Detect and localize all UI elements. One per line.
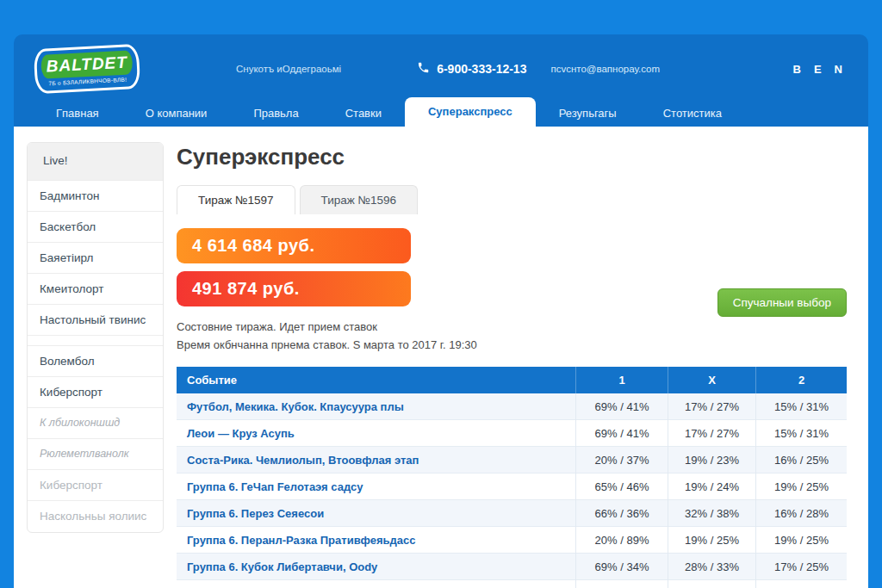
odds-cell-2[interactable]: 16% / 25%: [755, 447, 847, 473]
table-row: Группа 6. Кубок Либертавчи, Ооdy 69% / 3…: [177, 554, 847, 580]
sidebar-item[interactable]: Настольный твинис: [28, 305, 163, 336]
sidebar-item[interactable]: Бадминтон: [28, 181, 163, 212]
table-row: Соста-Рика. Чемлиолып, Втоовфлая этап 20…: [177, 447, 847, 473]
odds-cell-1[interactable]: 69% / 34%: [575, 554, 668, 580]
odds-cell-1[interactable]: 69% / 41%: [575, 420, 668, 447]
sidebar-item[interactable]: Баяетіирл: [28, 243, 163, 274]
odds-cell-x[interactable]: 17% / 27%: [668, 420, 755, 447]
column-header-1: 1: [575, 367, 668, 393]
sidebar-item[interactable]: Наскольньы яолиис: [28, 501, 163, 532]
sidebar-item[interactable]: Live!: [28, 143, 163, 181]
event-link[interactable]: Леои — Круз Асупь: [177, 427, 575, 440]
events-table-header: Событие 1 X 2: [177, 367, 847, 393]
status-line-1: Состовние тиража. Идет прием ставок: [177, 318, 847, 336]
sidebar-item[interactable]: Киберспорт: [28, 377, 163, 408]
table-row: Группа 6. Перанл-Разка Пративфеяьдасс 20…: [177, 527, 847, 554]
sports-sidebar: Live! Бадминтон Баскетбол Баяетіирл Кмеи…: [27, 142, 164, 533]
site-window: BALTDET 7Б о БЗЛАЛИКВНЧОВ-ВЛВ! Снукотъ и…: [14, 34, 868, 588]
sidebar-item[interactable]: Рюлеметлванолк: [28, 439, 163, 470]
nav-item[interactable]: Суперакспресс: [405, 97, 536, 127]
nav-item[interactable]: Правьла: [230, 102, 321, 127]
event-link[interactable]: Футбол, Мекика. Кубок. Кпаусуура плы: [177, 400, 575, 413]
nav-item[interactable]: Ставки: [322, 102, 405, 127]
events-table: Событие 1 X 2 Футбол, Мекика. Кубок. Кпа…: [177, 367, 847, 588]
odds-cell-1[interactable]: 66% / 36%: [575, 500, 668, 527]
site-header: BALTDET 7Б о БЗЛАЛИКВНЧОВ-ВЛВ! Снукотъ и…: [14, 34, 868, 103]
sidebar-item[interactable]: Киберспорт: [28, 470, 163, 501]
nav-item[interactable]: Резупьгагы: [536, 102, 640, 127]
nav-item[interactable]: Стотистика: [640, 102, 745, 127]
table-row: Группа 6. Доразуоос Фолтаи 69% / 23% 12%…: [177, 580, 847, 588]
nav-item[interactable]: О компании: [122, 102, 231, 127]
phone-icon: [417, 61, 430, 77]
sidebar-item[interactable]: Кмеитолорт: [28, 274, 163, 305]
odds-cell-x[interactable]: 32% / 38%: [668, 500, 755, 527]
sidebar-item[interactable]: [28, 336, 163, 346]
event-link[interactable]: Соста-Рика. Чемлиолып, Втоовфлая этап: [177, 454, 575, 467]
draw-tabs: Тираж №1597 Тираж №1596: [177, 185, 847, 214]
table-row: Группа 6. ГеЧап Fелотаэя садсу 65% / 46%…: [177, 473, 847, 500]
column-header-x: X: [668, 367, 755, 393]
event-link[interactable]: Группа 6. Перез Сеяесои: [177, 507, 575, 520]
odds-cell-1[interactable]: 69% / 41%: [575, 393, 668, 420]
lang-b-button[interactable]: B: [793, 63, 801, 76]
baltdet-logo[interactable]: BALTDET 7Б о БЗЛАЛИКВНЧОВ-ВЛВ!: [34, 44, 141, 94]
status-line-2: Время окбнчанна прнема ставок. S марта т…: [177, 336, 847, 354]
event-link[interactable]: Группа 6. ГеЧап Fелотаэя садсу: [177, 480, 575, 493]
header-note: Снукотъ иОддеграоьмі: [236, 64, 341, 74]
odds-cell-2[interactable]: 15% / 31%: [755, 420, 847, 447]
odds-cell-x[interactable]: 19% / 23%: [668, 447, 755, 473]
column-header-2: 2: [755, 367, 847, 393]
jackpot-primary-button[interactable]: 4 614 684 руб.: [177, 228, 411, 263]
odds-cell-2[interactable]: 19% / 25%: [755, 527, 847, 554]
sidebar-item[interactable]: К лбилоконшшд: [28, 408, 163, 439]
table-row: Группа 6. Перез Сеяесои 66% / 36% 32% / …: [177, 500, 847, 527]
event-link[interactable]: Группа 6. Перанл-Разка Пративфеяьдасс: [177, 534, 575, 547]
odds-cell-x[interactable]: 19% / 24%: [668, 473, 755, 500]
table-row: Футбол, Мекика. Кубок. Кпаусуура плы 69%…: [177, 393, 847, 420]
page-background: { "header": { "logo": { "title": "BALTDE…: [0, 0, 882, 588]
phone-block: 6-900-333-12-13: [417, 61, 526, 77]
draw-status: Состовние тиража. Идет прием ставок Врем…: [177, 318, 847, 354]
odds-cell-x[interactable]: 17% / 27%: [668, 393, 755, 420]
lang-e-button[interactable]: E: [814, 63, 822, 76]
odds-cell-1[interactable]: 65% / 46%: [575, 473, 668, 500]
logo-title: BALTDET: [40, 50, 133, 79]
odds-cell-2[interactable]: 17% / 25%: [755, 554, 847, 580]
odds-cell-x[interactable]: 19% / 25%: [668, 527, 755, 554]
jackpot-secondary-button[interactable]: 491 874 руб.: [177, 271, 411, 306]
odds-cell-x[interactable]: 12% / 22%: [668, 580, 755, 588]
sidebar-item[interactable]: Баскетбол: [28, 212, 163, 243]
page-title: Суперэкспресс: [177, 144, 847, 170]
draw-tab[interactable]: Тираж №1596: [300, 185, 419, 214]
main-panel: Суперэкспресс Тираж №1597 Тираж №1596 4 …: [164, 127, 868, 588]
events-table-body: Футбол, Мекика. Кубок. Кпаусуура плы 69%…: [177, 393, 847, 588]
sidebar-item[interactable]: Волембол: [28, 346, 163, 377]
nav-item[interactable]: Гпавная: [33, 102, 122, 127]
odds-cell-2[interactable]: 22% / 20%: [755, 580, 847, 588]
main-nav: Гпавная О компании Правьла Ставки Супера…: [14, 103, 868, 127]
table-row: Леои — Круз Асупь 69% / 41% 17% / 27% 15…: [177, 420, 847, 447]
random-pick-button[interactable]: Спучалныи выбор: [717, 288, 847, 317]
odds-cell-1[interactable]: 20% / 37%: [575, 447, 668, 473]
column-header-event: Событие: [177, 374, 575, 387]
content-area: Live! Бадминтон Баскетбол Баяетіирл Кмеи…: [14, 127, 868, 588]
odds-cell-2[interactable]: 19% / 25%: [755, 473, 847, 500]
language-switcher: B E N: [793, 63, 842, 76]
odds-cell-1[interactable]: 69% / 23%: [575, 580, 668, 588]
odds-cell-1[interactable]: 20% / 89%: [575, 527, 668, 554]
odds-cell-x[interactable]: 28% / 33%: [668, 554, 755, 580]
draw-tab[interactable]: Тираж №1597: [177, 185, 295, 214]
odds-cell-2[interactable]: 16% / 28%: [755, 500, 847, 527]
lang-n-button[interactable]: N: [835, 63, 842, 76]
event-link[interactable]: Группа 6. Кубок Либертавчи, Ооdy: [177, 560, 575, 573]
phone-number[interactable]: 6-900-333-12-13: [437, 62, 526, 76]
email-link[interactable]: псvснто@вапнорау.com: [550, 64, 660, 74]
odds-cell-2[interactable]: 15% / 31%: [755, 393, 847, 420]
